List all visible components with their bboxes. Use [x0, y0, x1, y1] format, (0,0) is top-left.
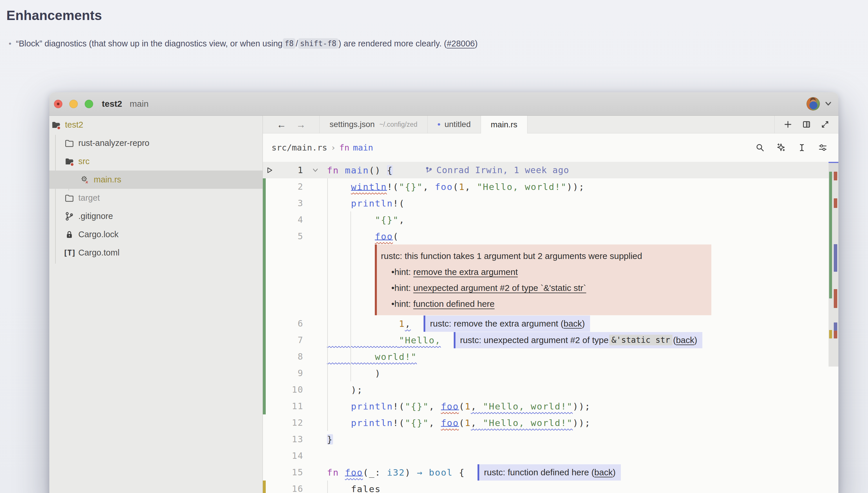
code-line-1[interactable]: 1fn main() {Conrad Irwin, 1 week ago [263, 162, 839, 178]
tab-title: untitled [444, 120, 470, 129]
chevron-down-icon[interactable] [824, 101, 832, 107]
git-modified-strip [263, 480, 266, 493]
line-number: 7 [276, 335, 303, 345]
bullet-marker: • [9, 39, 11, 48]
tab-settings-json[interactable]: settings.json~/.config/zed [320, 116, 428, 133]
sidebar-item-label: src [78, 156, 90, 166]
sidebar-item-label: main.rs [94, 175, 121, 185]
code-line-7[interactable]: 7 "Hello,rustc: unexpected argument #2 o… [263, 332, 839, 348]
error-hint[interactable]: •hint: unexpected argument #2 of type `&… [381, 280, 704, 296]
code-line-2[interactable]: 2 wintln!("{}", foo(1, "Hello, world!"))… [263, 178, 839, 195]
code-line-10[interactable]: 10 ); [263, 381, 839, 398]
sidebar-item-cargo-lock[interactable]: Cargo.lock [49, 225, 262, 243]
slash: / [296, 39, 298, 48]
code-line-5[interactable]: 5 foo( [263, 228, 839, 244]
back-link[interactable]: back [594, 468, 613, 477]
code-line-16[interactable]: 16 fales [263, 480, 839, 493]
breadcrumb-fn-name[interactable]: main [353, 143, 373, 153]
line-number: 15 [276, 467, 303, 477]
new-tab-button[interactable] [780, 118, 796, 131]
scrollbar-mark-info [834, 322, 837, 330]
close-button[interactable] [54, 100, 62, 108]
run-icon[interactable] [263, 167, 276, 174]
bullet-item: • “Block” diagnostics (that show up in t… [6, 38, 859, 49]
code-line-4[interactable]: 4 "{}", [263, 211, 839, 228]
project-name[interactable]: test2 [102, 99, 122, 109]
code-line-8[interactable]: 8 world!" [263, 348, 839, 365]
minimize-button[interactable] [69, 100, 78, 108]
project-panel: test2rust-analyzer-reprosrc×main.rstarge… [49, 116, 263, 493]
code-line-14[interactable]: 14 [263, 448, 839, 464]
zoom-button[interactable] [85, 100, 93, 108]
key-f8: f8 [283, 38, 295, 49]
back-link[interactable]: back [564, 319, 582, 328]
indent-guide [327, 480, 328, 493]
issue-link[interactable]: #28006 [447, 39, 475, 48]
tab-main-rs[interactable]: main.rs [481, 116, 528, 133]
code-text: world!" [327, 351, 417, 362]
code-text: "Hello, [327, 335, 441, 345]
zed-window: test2 main test2rust-analyzer-reprosrc×m… [49, 92, 839, 493]
line-number: 10 [276, 385, 303, 395]
modified-dot-icon [57, 103, 60, 105]
code-text: foo( [327, 231, 399, 241]
code-line-11[interactable]: 11 println!("{}", foo(1, "Hello, world!"… [263, 398, 839, 414]
sidebar-item-label: .gitignore [78, 211, 113, 221]
scrollbar-mark-error [834, 198, 837, 208]
assistant-sparkle-icon[interactable] [773, 141, 789, 154]
split-pane-icon[interactable] [798, 118, 814, 131]
toml-icon: [T] [64, 248, 74, 258]
sidebar-item--gitignore[interactable]: .gitignore [49, 207, 262, 225]
line-number: 8 [276, 351, 303, 362]
fold-chevron-icon[interactable] [303, 168, 327, 172]
line-number: 11 [276, 401, 303, 411]
editor-toolbar: src/main.rs › fn main [263, 133, 839, 162]
breadcrumb-path[interactable]: src/main.rs [272, 143, 327, 153]
section-heading: Enhancements [6, 7, 859, 23]
tab-untitled[interactable]: •untitled [428, 116, 481, 133]
line-number: 5 [276, 231, 303, 241]
editor-settings-sliders-icon[interactable] [814, 141, 831, 154]
code-line-6[interactable]: 6 1,rustc: remove the extra argument (ba… [263, 315, 839, 332]
breadcrumb-fn-keyword[interactable]: fn [339, 143, 350, 153]
line-number: 4 [276, 215, 303, 225]
editor-pane: ← → settings.json~/.config/zed•untitledm… [263, 116, 839, 493]
git-added-strip [263, 178, 266, 414]
inline-diagnostic-line-15[interactable]: rustc: function defined here (back) [478, 464, 621, 480]
code-text: println!("{}", foo(1, "Hello, world!")); [327, 401, 591, 411]
code-line-12[interactable]: 12 println!("{}", foo(1, "Hello, world!"… [263, 414, 839, 431]
back-link[interactable]: back [676, 335, 694, 345]
git-blame[interactable]: Conrad Irwin, 1 week ago [425, 165, 569, 175]
error-hint[interactable]: •hint: remove the extra argument [381, 264, 704, 280]
sidebar-item-target[interactable]: target [49, 189, 262, 207]
code-line-9[interactable]: 9 ) [263, 365, 839, 381]
sidebar-item-cargo-toml[interactable]: [T]Cargo.toml [49, 243, 262, 262]
inline-cursor-icon[interactable] [794, 141, 810, 154]
code-line-15[interactable]: 15fn foo(_: i32) → bool {rustc: function… [263, 464, 839, 480]
code-text: wintln!("{}", foo(1, "Hello, world!")); [327, 181, 585, 192]
error-hint[interactable]: •hint: function defined here [381, 296, 704, 312]
code-line-13[interactable]: 13} [263, 431, 839, 448]
avatar[interactable] [806, 97, 820, 110]
inline-diagnostic-line-7[interactable]: rustc: unexpected argument #2 of type &'… [454, 332, 703, 348]
sidebar-item-src[interactable]: src [49, 152, 262, 171]
forward-icon[interactable]: → [296, 120, 306, 129]
branch-name[interactable]: main [130, 99, 149, 109]
expand-pane-icon[interactable] [817, 118, 833, 131]
code-text: fn foo(_: i32) → bool { [327, 467, 465, 478]
scrollbar-mark-modified [829, 330, 832, 339]
line-number: 6 [276, 318, 303, 328]
editor[interactable]: 1fn main() {Conrad Irwin, 1 week ago2 wi… [263, 162, 839, 493]
sidebar-item-label: Cargo.toml [78, 248, 120, 258]
scrollbar-mark-info [834, 244, 837, 272]
sidebar-item-rust-analyzer-repro[interactable]: rust-analyzer-repro [49, 134, 262, 152]
inline-diagnostic-line-6[interactable]: rustc: remove the extra argument (back) [424, 316, 590, 332]
breadcrumb[interactable]: src/main.rs › fn main [272, 143, 373, 153]
code-line-3[interactable]: 3 println!( [263, 195, 839, 211]
back-icon[interactable]: ← [277, 120, 286, 129]
sidebar-item-main-rs[interactable]: ×main.rs [49, 171, 262, 189]
indent-guide [327, 178, 328, 431]
search-icon[interactable] [752, 141, 768, 154]
titlebar[interactable]: test2 main [49, 92, 839, 116]
sidebar-item-test2[interactable]: test2 [49, 116, 262, 134]
